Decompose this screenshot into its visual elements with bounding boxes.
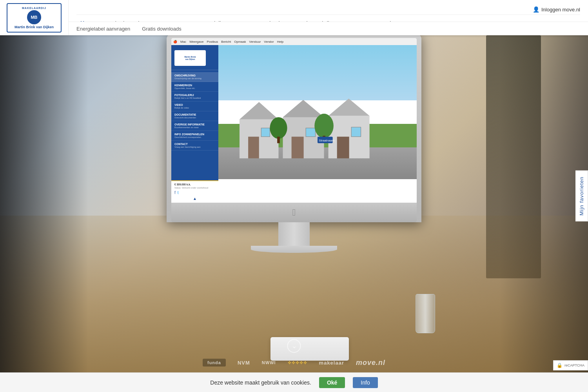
svg-marker-9 bbox=[328, 98, 370, 116]
cookie-ok-button[interactable]: Oké bbox=[319, 377, 345, 388]
menubar-item-verstuur: Verstuur bbox=[249, 40, 261, 44]
footer-logos: funda NVM NWWI ⟡⟡⟡⟡⟡ makelaar move.nl bbox=[0, 353, 588, 372]
logo-area[interactable]: MAKELAARDIJ MB Martin Brink van Dijken bbox=[0, 0, 69, 35]
menubar-item-bericht: Bericht bbox=[221, 40, 231, 44]
favorieten-sidebar[interactable]: Mijn favorieten bbox=[575, 171, 588, 221]
menubar-item-help: Help bbox=[277, 40, 283, 44]
logo-makelaar: makelaar bbox=[319, 360, 344, 366]
sidebar-contact: CONTACT Vraag een bezichtiging aan bbox=[171, 141, 218, 151]
svg-rect-13 bbox=[277, 136, 280, 143]
user-icon: 👤 bbox=[533, 6, 539, 13]
house-svg: Straatnaam bbox=[218, 85, 417, 171]
sidebar-fotogalerij: FOTOGALERIJ Bekijk foto's en HD kwalitei… bbox=[171, 92, 218, 102]
sub-nav-energielabel[interactable]: Energielabel aanvragen bbox=[76, 26, 130, 32]
recaptcha-text: reCAPTCHA bbox=[564, 363, 584, 367]
svg-rect-10 bbox=[337, 136, 349, 158]
imac-screen-border: 🍎 Mac Weergave Postbus Bericht Opmaak Ve… bbox=[167, 33, 421, 222]
imac-chin:  bbox=[171, 203, 417, 222]
imac-neck bbox=[278, 222, 310, 246]
facebook-icon: f bbox=[174, 191, 176, 195]
imac-base bbox=[251, 246, 337, 253]
twitter-icon: t bbox=[178, 191, 179, 195]
screen-sidebar: Martin Brinkvan Dijken OMSCHRIJVING Omsc… bbox=[171, 45, 218, 203]
scroll-down-indicator[interactable]: ⌄ bbox=[287, 339, 301, 353]
logo-nwwi: NWWI bbox=[262, 360, 276, 365]
svg-marker-5 bbox=[283, 100, 324, 117]
screen-main: Straatnaam bbox=[218, 45, 417, 203]
logo-movnl: move.nl bbox=[356, 359, 385, 367]
svg-rect-7 bbox=[306, 128, 315, 136]
menubar-item-mac: Mac bbox=[180, 40, 186, 44]
login-link[interactable]: 👤 Inloggen move.nl bbox=[533, 6, 580, 13]
logo-top-text: MAKELAARDIJ bbox=[22, 7, 46, 9]
cookie-info-button[interactable]: Info bbox=[353, 377, 377, 388]
sub-nav-gratis-downloads[interactable]: Gratis downloads bbox=[142, 26, 181, 32]
glass-decoration bbox=[416, 294, 435, 333]
sidebar-documentatie: DOCUMENTATIE Overzicht documenten bbox=[171, 111, 218, 121]
logo-circle: MB bbox=[27, 10, 41, 24]
menubar-item-vendor: Vendor bbox=[264, 40, 274, 44]
logo-stars: ⟡⟡⟡⟡⟡ bbox=[288, 359, 307, 366]
menubar-item-opmaak: Opmaak bbox=[234, 40, 246, 44]
cookie-bar: Deze website maakt gebruik van cookies. … bbox=[0, 372, 588, 392]
nav-top-row: 👤 Inloggen move.nl bbox=[76, 4, 580, 15]
screen-status: Status: Verkocht onder voorbehoud bbox=[174, 187, 215, 189]
svg-text:Straatnaam: Straatnaam bbox=[319, 138, 334, 142]
imac-monitor: 🍎 Mac Weergave Postbus Bericht Opmaak Ve… bbox=[167, 33, 421, 253]
screen-sidebar-logo: Martin Brinkvan Dijken bbox=[171, 48, 218, 70]
svg-rect-3 bbox=[261, 128, 270, 136]
sidebar-zonnepanelen: INFO ZONNEPANELEN Geschiktheid zonnepane… bbox=[171, 131, 218, 141]
sub-navigation: Energielabel aanvragen Gratis downloads bbox=[69, 22, 588, 35]
svg-rect-6 bbox=[292, 136, 304, 158]
screen-menubar: 🍎 Mac Weergave Postbus Bericht Opmaak Ve… bbox=[171, 38, 417, 45]
screen-price: € 309.000 k.k. bbox=[174, 183, 215, 186]
svg-rect-11 bbox=[351, 127, 361, 136]
logo-nvm: NVM bbox=[238, 360, 250, 366]
room-left-shadow bbox=[0, 0, 88, 392]
svg-point-12 bbox=[270, 117, 287, 138]
cookie-message: Deze website maakt gebruik van cookies. bbox=[210, 379, 311, 386]
logo-funda: funda bbox=[203, 359, 226, 367]
imac-screen: 🍎 Mac Weergave Postbus Bericht Opmaak Ve… bbox=[171, 38, 417, 203]
screen-wrapper: 🍎 Mac Weergave Postbus Bericht Opmaak Ve… bbox=[171, 38, 417, 203]
sidebar-kenmerken: KENMERKEN Oppervlakt, bouw etc. bbox=[171, 82, 218, 92]
recaptcha-badge: 🔒 reCAPTCHA bbox=[553, 360, 588, 370]
screen-logo-box: Martin Brinkvan Dijken bbox=[174, 50, 206, 66]
svg-point-14 bbox=[314, 114, 334, 138]
screen-body: Martin Brinkvan Dijken OMSCHRIJVING Omsc… bbox=[171, 45, 417, 203]
sidebar-omschrijving: OMSCHRIJVING Omschrijving van de woning bbox=[171, 72, 218, 82]
shelf-decoration bbox=[486, 35, 541, 278]
svg-rect-2 bbox=[248, 136, 259, 158]
chevron-up-icon: ▲ bbox=[174, 196, 215, 201]
logo-bottom-text: Martin Brink van Dijken bbox=[15, 25, 54, 29]
menubar-item-postbus: Postbus bbox=[207, 40, 218, 44]
menubar-mac: 🍎 bbox=[173, 40, 177, 44]
recaptcha-icon: 🔒 bbox=[557, 363, 563, 368]
sidebar-overige: OVERIGE INFORMATIE Buurtkenmerken en mee… bbox=[171, 121, 218, 131]
menubar-item-weergave: Weergave bbox=[189, 40, 203, 44]
svg-marker-1 bbox=[240, 102, 278, 119]
sidebar-video: VIDEO Bekijk de video bbox=[171, 102, 218, 111]
logo[interactable]: MAKELAARDIJ MB Martin Brink van Dijken bbox=[7, 3, 62, 33]
apple-logo-icon:  bbox=[292, 207, 296, 218]
